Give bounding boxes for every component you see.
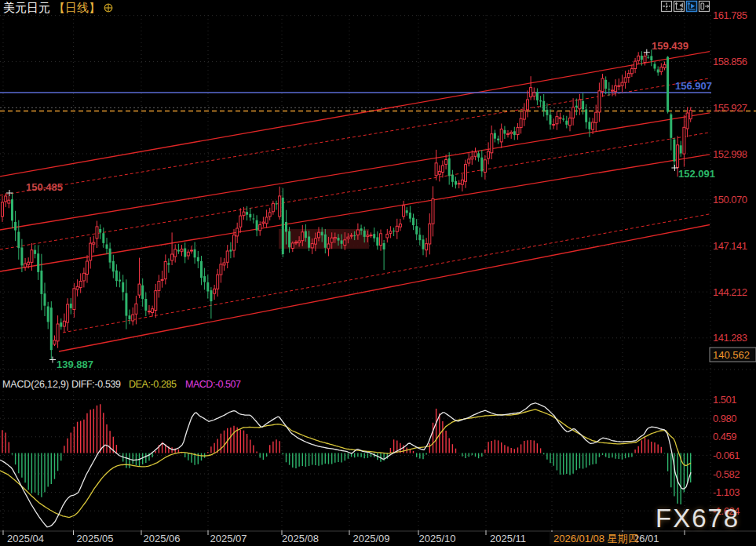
svg-text:2025/09: 2025/09	[353, 533, 390, 544]
svg-text:2025/08: 2025/08	[282, 533, 319, 544]
svg-text:2025/10: 2025/10	[419, 533, 456, 544]
svg-text:FX678: FX678	[656, 504, 740, 533]
svg-text:2025/07: 2025/07	[210, 533, 247, 544]
svg-text:140.562: 140.562	[713, 349, 750, 361]
svg-text:-0.061: -0.061	[713, 450, 740, 461]
svg-text:MACD(26,12,9): MACD(26,12,9)	[2, 379, 69, 390]
svg-text:147.141: 147.141	[713, 240, 747, 252]
svg-text:156.907: 156.907	[675, 80, 712, 92]
svg-text:2025/05: 2025/05	[77, 533, 114, 544]
svg-text:155.927: 155.927	[713, 102, 747, 114]
svg-text:0.980: 0.980	[713, 413, 736, 424]
svg-text:144.212: 144.212	[713, 286, 747, 298]
svg-text:2025/06: 2025/06	[144, 533, 181, 544]
svg-text:-0.582: -0.582	[713, 468, 740, 480]
svg-text:152.998: 152.998	[713, 148, 747, 160]
svg-text:2025/11: 2025/11	[490, 533, 526, 544]
svg-text:MACD:-0.507: MACD:-0.507	[185, 379, 241, 390]
svg-text:-1.103: -1.103	[713, 486, 740, 498]
svg-text:139.887: 139.887	[57, 359, 93, 370]
svg-text:2026/01/08 星期四: 2026/01/08 星期四	[553, 533, 638, 544]
svg-text:DEA:-0.285: DEA:-0.285	[129, 379, 177, 390]
svg-text:141.283: 141.283	[713, 332, 747, 344]
svg-text:152.091: 152.091	[678, 168, 715, 180]
svg-text:150.485: 150.485	[26, 181, 63, 193]
svg-text:美元日元: 美元日元	[3, 1, 50, 14]
svg-text:【日线】: 【日线】	[53, 1, 100, 14]
svg-text:159.439: 159.439	[652, 40, 688, 52]
svg-text:158.856: 158.856	[713, 56, 747, 67]
svg-text:161.785: 161.785	[713, 9, 747, 21]
svg-text:1.501: 1.501	[713, 394, 736, 406]
svg-text:DIFF:-0.539: DIFF:-0.539	[71, 379, 121, 390]
svg-text:150.070: 150.070	[713, 194, 747, 206]
svg-text:0.459: 0.459	[713, 431, 736, 442]
svg-text:2025/04: 2025/04	[7, 533, 44, 544]
